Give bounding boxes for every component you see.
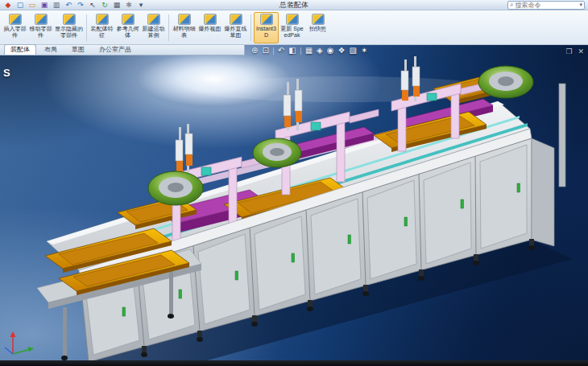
ribbon-button-new-motion-study[interactable]: 新建运动算例 — [141, 12, 166, 43]
take-snapshot-icon — [312, 14, 325, 25]
ribbon-button-label: 显示隐藏的零部件 — [55, 26, 83, 39]
ribbon-button-move-component[interactable]: 移动零部件 — [28, 12, 53, 43]
bowl-feeder-2[interactable] — [253, 138, 301, 167]
tab-office-products[interactable]: 办公室产品 — [93, 44, 138, 55]
ribbon-button-label: 材料明细表 — [172, 26, 196, 39]
ribbon-button-label: 移动零部件 — [29, 26, 52, 39]
search-input[interactable] — [515, 2, 578, 9]
bowl-feeder-3[interactable] — [478, 66, 533, 98]
instant3d-icon — [260, 14, 273, 25]
bottom-bar — [0, 360, 588, 366]
command-search[interactable]: ⌕ ▾ — [507, 1, 585, 10]
document-window-controls: ❐ ✕ — [565, 47, 584, 56]
hide-show-items-icon[interactable]: ◉ — [327, 46, 334, 56]
redo-icon[interactable]: ↷ — [76, 2, 85, 9]
toolbar-separator — [273, 47, 274, 55]
ribbon-button-label: 更新 SpeedPak — [280, 26, 304, 39]
view-settings-icon[interactable]: ✶ — [361, 46, 367, 56]
ribbon-button-label: 爆炸视图 — [199, 26, 222, 32]
graphics-area: 装配体 布局 草图 办公室产品 ⊕ ⊡ ↶ ◧ ▦ ◈ ◉ ❖ ▨ ✶ ❐ ✕ … — [0, 45, 588, 360]
assembly-3d-scene[interactable] — [0, 45, 588, 360]
ribbon-button-take-snapshot[interactable]: 拍快照 — [305, 12, 330, 43]
search-icon: ⌕ — [510, 1, 513, 9]
ribbon-button-bill-of-materials[interactable]: 材料明细表 — [172, 12, 197, 43]
heads-up-view-toolbar: ⊕ ⊡ ↶ ◧ ▦ ◈ ◉ ❖ ▨ ✶ — [251, 46, 367, 56]
ribbon-button-assembly-features[interactable]: 装配体特征 — [89, 12, 114, 43]
bowl-feeder-1[interactable] — [148, 171, 203, 205]
rebuild-icon[interactable]: ↻ — [100, 2, 110, 9]
exploded-view-icon — [204, 14, 217, 25]
window-title: 总装配体 — [280, 0, 308, 10]
zoom-fit-icon[interactable]: ⊕ — [251, 46, 258, 56]
title-bar: ◆ ▢ ▭ ▣ ▥ ↶ ↷ ↖ ↻ ▦ ✱ ▾ 总装配体 ⌕ ▾ — [0, 0, 588, 10]
apply-scene-icon[interactable]: ▨ — [349, 46, 356, 56]
tab-sketch[interactable]: 草图 — [65, 44, 91, 55]
section-view-icon[interactable]: ◧ — [288, 46, 296, 56]
app-logo-icon: ◆ — [3, 2, 13, 9]
search-dropdown-icon[interactable]: ▾ — [579, 2, 582, 8]
assembly-features-icon — [96, 14, 109, 25]
save-icon[interactable]: ▣ — [39, 2, 49, 9]
options-icon[interactable]: ✱ — [124, 2, 134, 9]
restore-window-icon[interactable]: ❐ — [565, 47, 572, 56]
previous-view-icon[interactable]: ↶ — [278, 46, 284, 56]
new-motion-study-icon — [147, 14, 160, 25]
ribbon-button-exploded-view[interactable]: 爆炸视图 — [197, 12, 222, 43]
ribbon-button-instant3d[interactable]: Instant3D — [254, 12, 279, 43]
ribbon-button-label: Instant3D — [255, 26, 278, 39]
ribbon-button-label: 参考几何体 — [116, 26, 139, 39]
tab-layout[interactable]: 布局 — [38, 44, 64, 55]
command-manager-ribbon: 插入零部件 移动零部件 显示隐藏的零部件 装配体特征 参考几何体 新建运动算例 … — [0, 10, 588, 45]
ribbon-button-label: 装配体特征 — [90, 26, 114, 39]
ribbon-button-show-hidden-components[interactable]: 显示隐藏的零部件 — [54, 12, 84, 43]
ribbon-button-reference-geometry[interactable]: 参考几何体 — [115, 12, 140, 43]
move-component-icon — [35, 14, 48, 25]
ribbon-button-label: 爆炸直线草图 — [224, 26, 247, 39]
ribbon-separator — [251, 14, 251, 41]
more-commands-icon[interactable]: ▾ — [136, 2, 146, 9]
solidworks-window: ◆ ▢ ▭ ▣ ▥ ↶ ↷ ↖ ↻ ▦ ✱ ▾ 总装配体 ⌕ ▾ 插入零部件 移… — [0, 0, 588, 366]
feature-panel-logo[interactable]: S — [3, 67, 10, 79]
ribbon-button-label: 插入零部件 — [3, 26, 27, 39]
command-manager-tabs: 装配体 布局 草图 办公室产品 — [0, 45, 245, 56]
zoom-area-icon[interactable]: ⊡ — [262, 46, 268, 56]
print-icon[interactable]: ▥ — [52, 2, 61, 9]
insert-component-icon — [9, 14, 22, 25]
bill-of-materials-icon — [178, 14, 191, 25]
ribbon-button-update-speedpak[interactable]: 更新 SpeedPak — [280, 12, 304, 43]
new-file-icon[interactable]: ▢ — [15, 2, 25, 9]
ribbon-separator — [168, 14, 169, 41]
reference-geometry-icon — [122, 14, 135, 25]
select-icon[interactable]: ↖ — [88, 2, 97, 9]
edit-appearance-icon[interactable]: ❖ — [338, 46, 346, 56]
open-file-icon[interactable]: ▭ — [27, 2, 37, 9]
close-window-icon[interactable]: ✕ — [578, 47, 584, 56]
ribbon-button-explode-line-sketch[interactable]: 爆炸直线草图 — [223, 12, 248, 43]
explode-line-sketch-icon — [230, 14, 242, 25]
tab-assembly[interactable]: 装配体 — [4, 44, 36, 55]
show-hidden-components-icon — [63, 14, 76, 25]
file-properties-icon[interactable]: ▦ — [112, 2, 122, 9]
toolbar-separator — [300, 47, 301, 55]
view-orientation-icon[interactable]: ▦ — [305, 46, 313, 56]
display-style-icon[interactable]: ◈ — [317, 46, 323, 56]
undo-icon[interactable]: ↶ — [64, 2, 73, 9]
ribbon-button-insert-component[interactable]: 插入零部件 — [2, 12, 27, 43]
ribbon-button-label: 新建运动算例 — [142, 26, 165, 39]
update-speedpak-icon — [286, 14, 299, 25]
ribbon-separator — [86, 14, 87, 41]
quick-access-toolbar: ◆ ▢ ▭ ▣ ▥ ↶ ↷ ↖ ↻ ▦ ✱ ▾ — [3, 2, 146, 9]
ribbon-button-label: 拍快照 — [309, 26, 326, 32]
